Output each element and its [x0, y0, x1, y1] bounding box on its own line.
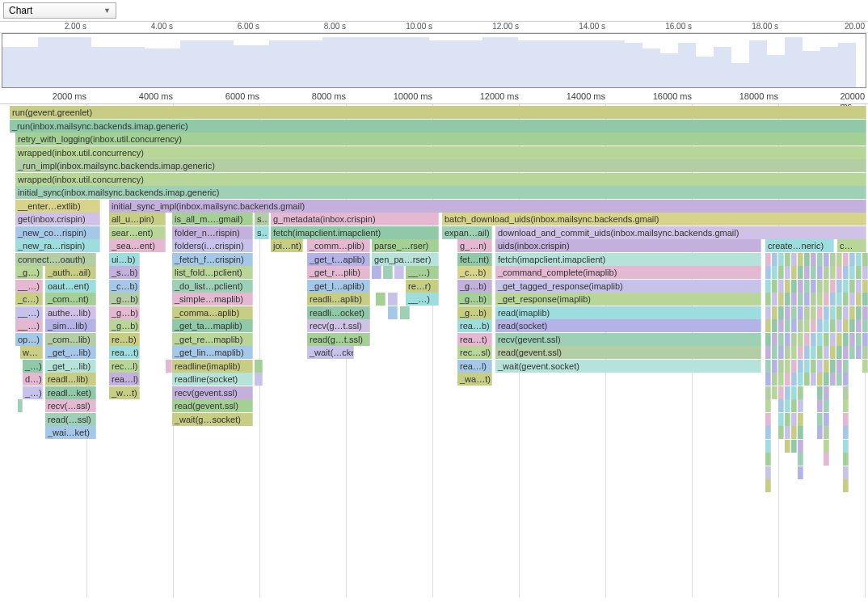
flame-frame[interactable] — [843, 466, 849, 479]
flame-frame[interactable] — [856, 319, 862, 332]
flame-frame[interactable] — [830, 306, 836, 319]
flame-frame[interactable] — [849, 319, 855, 332]
flame-frame[interactable]: fetch(imapclient.imapclient) — [271, 226, 439, 239]
flame-frame[interactable] — [843, 333, 849, 346]
flame-frame[interactable]: _wait(…cket) — [307, 346, 354, 359]
flame-frame[interactable] — [778, 280, 784, 293]
flame-frame[interactable] — [836, 346, 842, 359]
flame-frame[interactable] — [836, 253, 842, 266]
flame-frame[interactable]: readl…ket) — [45, 386, 96, 399]
flame-frame[interactable]: batch_download_uids(inbox.mailsync.backe… — [442, 213, 866, 226]
flame-frame[interactable]: run(gevent.greenlet) — [10, 106, 866, 119]
flame-frame[interactable] — [798, 306, 803, 319]
flame-frame[interactable] — [804, 293, 810, 306]
flame-frame[interactable]: expan…ail) — [442, 226, 492, 239]
flame-frame[interactable] — [798, 453, 803, 466]
flame-frame[interactable]: readli…aplib) — [307, 293, 370, 306]
flame-frame[interactable]: _new_ra…rispin) — [15, 239, 100, 252]
flame-frame[interactable] — [817, 346, 823, 359]
flame-frame[interactable] — [791, 360, 797, 373]
flame-frame[interactable]: _g…b) — [457, 280, 492, 293]
flame-frame[interactable] — [817, 413, 823, 426]
flame-frame[interactable] — [765, 293, 771, 306]
flame-frame[interactable] — [811, 346, 816, 359]
flame-frame[interactable] — [849, 333, 855, 346]
flame-frame[interactable] — [765, 373, 771, 386]
flame-frame[interactable]: retry_with_logging(inbox.util.concurrenc… — [15, 133, 866, 145]
flame-frame[interactable] — [778, 253, 784, 266]
flame-frame[interactable] — [765, 413, 771, 426]
flame-frame[interactable] — [772, 293, 777, 306]
flame-frame[interactable] — [804, 266, 810, 279]
flame-frame[interactable]: _wa…t) — [457, 373, 492, 386]
flame-frame[interactable] — [772, 333, 777, 346]
flame-frame[interactable]: read(socket) — [495, 319, 761, 332]
view-dropdown[interactable]: Chart ▼ — [3, 2, 116, 19]
flame-frame[interactable] — [817, 293, 823, 306]
flame-frame[interactable]: _s…b) — [109, 266, 140, 279]
flame-frame[interactable] — [778, 319, 784, 332]
flame-frame[interactable] — [862, 306, 868, 319]
flame-frame[interactable] — [817, 373, 823, 386]
flame-frame[interactable]: authe…lib) — [45, 306, 96, 319]
flame-frame[interactable]: _sea…ent) — [109, 239, 166, 252]
flame-frame[interactable]: op…) — [15, 333, 43, 346]
overview-minimap[interactable] — [2, 33, 866, 88]
flame-frame[interactable] — [856, 306, 862, 319]
flame-frame[interactable]: _g…b) — [457, 306, 492, 319]
flame-frame[interactable] — [765, 319, 771, 332]
flame-frame[interactable] — [824, 426, 829, 439]
flame-frame[interactable]: _sim…lib) — [45, 319, 96, 332]
flame-frame[interactable] — [798, 266, 803, 279]
flame-frame[interactable] — [811, 373, 816, 386]
flame-frame[interactable] — [811, 253, 816, 266]
flame-frame[interactable] — [849, 266, 855, 279]
flame-frame[interactable] — [843, 266, 849, 279]
flame-frame[interactable] — [772, 360, 777, 373]
flame-frame[interactable]: re…r) — [406, 280, 439, 293]
flame-frame[interactable] — [785, 280, 790, 293]
flame-frame[interactable] — [798, 399, 803, 412]
flame-frame[interactable] — [791, 386, 797, 399]
flame-frame[interactable]: _c…) — [15, 293, 43, 306]
flame-frame[interactable] — [830, 319, 836, 332]
flame-frame[interactable]: rea…t) — [457, 333, 492, 346]
flame-frame[interactable]: _do_list…pclient) — [172, 280, 253, 293]
flame-frame[interactable] — [791, 373, 797, 386]
flame-frame[interactable] — [849, 280, 855, 293]
flame-frame[interactable]: download_and_commit_uids(inbox.mailsync.… — [495, 226, 866, 239]
flame-frame[interactable] — [843, 386, 849, 399]
flame-frame[interactable]: _get_…lib) — [45, 360, 96, 373]
flame-frame[interactable] — [772, 346, 777, 359]
flame-frame[interactable] — [798, 466, 803, 479]
flame-frame[interactable] — [785, 440, 790, 453]
flame-frame[interactable] — [785, 253, 790, 266]
flame-frame[interactable] — [785, 386, 790, 399]
flame-frame[interactable] — [778, 346, 784, 359]
flame-frame[interactable]: read(imaplib) — [495, 306, 761, 319]
flame-frame[interactable] — [778, 399, 784, 412]
flame-frame[interactable]: rea…l) — [457, 360, 492, 373]
flame-frame[interactable] — [804, 319, 810, 332]
flame-frame[interactable] — [856, 280, 862, 293]
flame-frame[interactable]: __…) — [15, 319, 43, 332]
flame-frame[interactable] — [798, 319, 803, 332]
flame-frame[interactable] — [778, 373, 784, 386]
flame-frame[interactable]: g_…n) — [457, 239, 492, 252]
flame-frame[interactable]: __…) — [406, 266, 439, 279]
flame-frame[interactable] — [856, 266, 862, 279]
flame-frame[interactable] — [785, 399, 790, 412]
flame-frame[interactable] — [772, 280, 777, 293]
flame-frame[interactable] — [804, 253, 810, 266]
flame-frame[interactable] — [804, 306, 810, 319]
flame-frame[interactable] — [817, 319, 823, 332]
flame-frame[interactable] — [778, 266, 784, 279]
flame-frame[interactable] — [791, 293, 797, 306]
flame-frame[interactable]: connect….oauth) — [15, 253, 96, 266]
flame-frame[interactable] — [811, 266, 816, 279]
flame-frame[interactable]: get(inbox.crispin) — [15, 213, 100, 226]
flame-frame[interactable] — [824, 266, 829, 279]
flame-frame[interactable]: _run_impl(inbox.mailsync.backends.imap.g… — [15, 159, 866, 172]
flame-frame[interactable]: read(gevent.ssl) — [495, 346, 761, 359]
flame-frame[interactable] — [791, 280, 797, 293]
